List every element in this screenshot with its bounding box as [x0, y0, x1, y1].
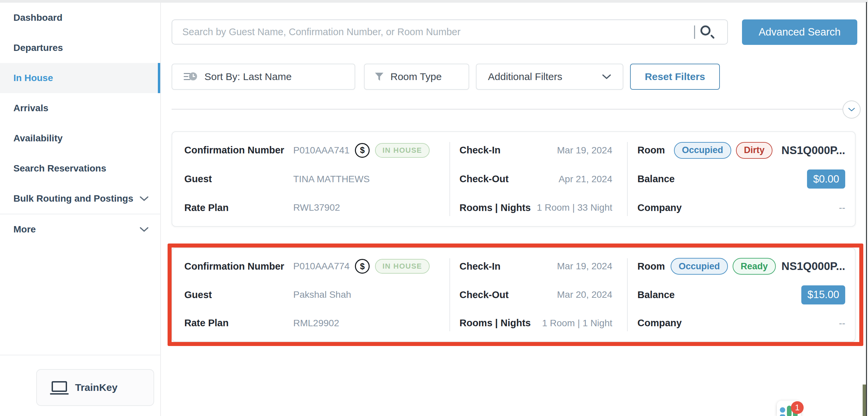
card-column-divider [450, 258, 450, 331]
confirmation-number-value: P010AAA741 [293, 145, 349, 156]
housekeeping-status-pill: Dirty [736, 142, 773, 159]
sort-by-dropdown[interactable]: Sort By: Last Name [172, 64, 355, 90]
room-type-label: Room Type [391, 71, 442, 83]
reset-filters-button[interactable]: Reset Filters [630, 64, 720, 90]
laptop-icon [52, 381, 67, 392]
active-indicator-bar [158, 63, 160, 93]
confirmation-number-label: Confirmation Number [184, 261, 293, 272]
sidebar-item-label: Departures [13, 42, 63, 53]
sidebar-item-label: In House [13, 73, 53, 84]
card-column-divider [627, 142, 628, 216]
rate-plan-value: RWL37902 [293, 202, 340, 213]
guest-value: TINA MATTHEWS [293, 174, 370, 185]
screen-edge-line [866, 2, 867, 416]
sidebar-item-arrivals[interactable]: Arrivals [0, 93, 160, 123]
sidebar-item-search-reservations[interactable]: Search Reservations [0, 153, 160, 184]
sidebar-footer-divider [0, 355, 160, 355]
collapse-list-button[interactable] [842, 100, 861, 119]
housekeeping-status-pill: Ready [733, 258, 776, 275]
occupancy-status-pill: Occupied [674, 142, 731, 159]
check-out-value: Mar 20, 2024 [557, 289, 612, 300]
sidebar-item-label: Bulk Routing and Postings [13, 193, 133, 204]
status-badge: IN HOUSE [375, 259, 429, 274]
guest-label: Guest [184, 173, 293, 185]
card-room-column: Room Occupied Dirty NS1Q000P... Balance … [638, 136, 845, 222]
check-in-value: Mar 19, 2024 [557, 261, 612, 271]
search-input[interactable] [172, 20, 728, 44]
card-dates-column: Check-In Mar 19, 2024 Check-Out Apr 21, … [460, 136, 612, 222]
sort-recent-icon [184, 72, 197, 82]
confirmation-number-value: P010AAA774 [293, 261, 349, 271]
in-house-page: Dashboard Departures In House Arrivals A… [0, 0, 868, 416]
sidebar-item-label: More [13, 224, 36, 235]
card-guest-column: Confirmation Number P010AAA741 $ IN HOUS… [184, 136, 446, 222]
room-type-dropdown[interactable]: Room Type [364, 64, 469, 90]
card-dates-column: Check-In Mar 19, 2024 Check-Out Mar 20, … [460, 252, 612, 337]
room-number-value: NS1Q000P... [781, 144, 845, 157]
guest-label: Guest [184, 289, 293, 300]
search-separator [694, 26, 695, 39]
check-out-value: Apr 21, 2024 [559, 174, 612, 185]
occupancy-status-pill: Occupied [671, 258, 728, 275]
reservation-card[interactable]: Confirmation Number P010AAA774 $ IN HOUS… [172, 248, 856, 342]
sidebar: Dashboard Departures In House Arrivals A… [0, 3, 161, 416]
card-column-divider [627, 258, 628, 331]
trainkey-label: TrainKey [75, 382, 118, 393]
check-out-label: Check-Out [460, 289, 509, 300]
sidebar-item-bulk-routing[interactable]: Bulk Routing and Postings [0, 184, 160, 214]
window-top-strip [0, 0, 868, 3]
company-value: -- [839, 318, 845, 328]
company-label: Company [638, 318, 682, 328]
room-number-value: NS1Q000P... [781, 260, 845, 273]
card-column-divider [450, 142, 450, 216]
additional-filters-label: Additional Filters [488, 71, 562, 83]
filter-funnel-icon [375, 72, 384, 82]
sidebar-item-label: Search Reservations [13, 163, 106, 174]
sidebar-item-label: Availability [13, 133, 63, 144]
company-value: -- [839, 202, 845, 213]
search-icon[interactable] [700, 25, 714, 39]
rate-plan-value: RML29902 [293, 318, 339, 328]
sidebar-item-label: Dashboard [13, 12, 62, 23]
sidebar-item-dashboard[interactable]: Dashboard [0, 3, 160, 33]
list-collapse-divider [172, 109, 843, 109]
chevron-down-icon [140, 227, 149, 232]
sidebar-item-label: Arrivals [13, 103, 48, 114]
balance-button[interactable]: $15.00 [801, 285, 845, 305]
check-out-label: Check-Out [460, 173, 509, 185]
chevron-down-icon [848, 107, 855, 112]
rooms-nights-value: 1 Room | 33 Night [537, 202, 612, 213]
rooms-nights-value: 1 Room | 1 Night [542, 318, 612, 328]
company-label: Company [638, 202, 682, 213]
reservation-card[interactable]: Confirmation Number P010AAA741 $ IN HOUS… [172, 131, 856, 227]
sidebar-item-departures[interactable]: Departures [0, 33, 160, 63]
check-in-value: Mar 19, 2024 [557, 145, 612, 156]
confirmation-number-label: Confirmation Number [184, 145, 293, 156]
sort-by-label: Sort By: Last Name [205, 71, 291, 83]
sidebar-nav: Dashboard Departures In House Arrivals A… [0, 3, 160, 245]
balance-label: Balance [638, 173, 675, 185]
room-label: Room [638, 145, 665, 156]
status-badge: IN HOUSE [375, 143, 429, 158]
card-room-column: Room Occupied Ready NS1Q000P... Balance … [638, 252, 845, 337]
rooms-nights-label: Rooms | Nights [460, 202, 531, 213]
check-in-label: Check-In [460, 261, 500, 272]
card-guest-column: Confirmation Number P010AAA774 $ IN HOUS… [184, 252, 446, 337]
sidebar-item-availability[interactable]: Availability [0, 123, 160, 153]
folio-dollar-icon[interactable]: $ [355, 259, 370, 274]
rate-plan-label: Rate Plan [184, 318, 293, 328]
advanced-search-button[interactable]: Advanced Search [742, 20, 857, 45]
balance-button[interactable]: $0.00 [807, 169, 845, 189]
rooms-nights-label: Rooms | Nights [460, 318, 531, 328]
trainkey-button[interactable]: TrainKey [36, 369, 154, 406]
balance-label: Balance [638, 289, 675, 300]
notification-badge: 1 [791, 401, 804, 414]
search-box [172, 20, 728, 44]
sidebar-item-in-house[interactable]: In House [0, 63, 160, 93]
sidebar-item-more[interactable]: More [0, 214, 160, 245]
additional-filters-dropdown[interactable]: Additional Filters [476, 64, 623, 90]
folio-dollar-icon[interactable]: $ [355, 143, 370, 158]
guest-value: Pakshal Shah [293, 289, 351, 300]
chevron-down-icon [140, 196, 149, 202]
room-label: Room [638, 261, 665, 272]
